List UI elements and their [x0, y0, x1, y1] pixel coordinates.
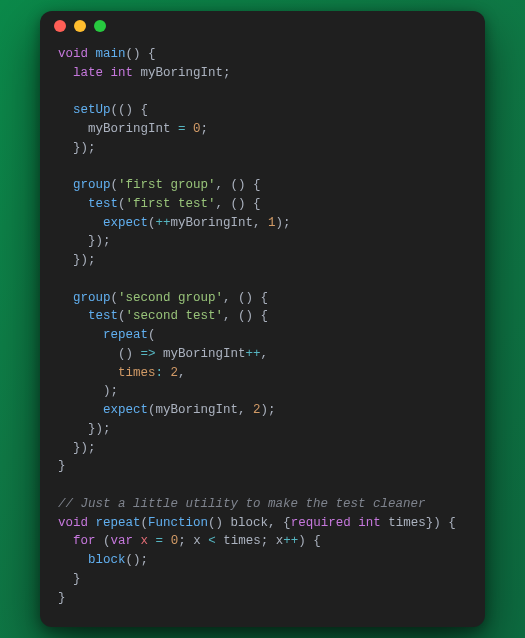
- punct: (: [148, 328, 156, 342]
- stage: void main() { late int myBoringInt; setU…: [0, 0, 525, 638]
- indent: [58, 234, 88, 248]
- punct: ;: [261, 534, 276, 548]
- zoom-icon[interactable]: [94, 20, 106, 32]
- fn-test: test: [88, 309, 118, 323]
- punct: , () {: [223, 291, 268, 305]
- punct: ;: [201, 122, 209, 136]
- id-myBoringInt: myBoringInt: [156, 403, 239, 417]
- keyword-void: void: [58, 47, 88, 61]
- type-Function: Function: [148, 516, 208, 530]
- punct: (: [111, 291, 119, 305]
- indent: [58, 441, 73, 455]
- indent: [58, 141, 73, 155]
- indent: [58, 178, 73, 192]
- indent: [58, 328, 103, 342]
- punct: [186, 122, 194, 136]
- id-x: x: [193, 534, 201, 548]
- punct: [148, 534, 156, 548]
- fn-main: main: [96, 47, 126, 61]
- op-preinc: ++: [156, 216, 171, 230]
- fn-repeat: repeat: [103, 328, 148, 342]
- op-assign: =: [178, 122, 186, 136]
- indent: [58, 366, 118, 380]
- punct: (() {: [111, 103, 149, 117]
- punct: ,: [178, 366, 186, 380]
- punct: (: [148, 403, 156, 417]
- punct: );: [261, 403, 276, 417]
- punct: });: [88, 422, 111, 436]
- punct: ;: [178, 534, 193, 548]
- punct: (): [118, 347, 141, 361]
- indent: [58, 66, 73, 80]
- label-times: times: [118, 366, 156, 380]
- punct: });: [73, 253, 96, 267]
- keyword-var: var: [111, 534, 134, 548]
- str-second-test: 'second test': [126, 309, 224, 323]
- punct: [133, 66, 141, 80]
- str-first-group: 'first group': [118, 178, 216, 192]
- indent: [58, 403, 103, 417]
- op-lt: <: [208, 534, 216, 548]
- punct: ) {: [298, 534, 321, 548]
- indent: [58, 534, 73, 548]
- punct: (: [96, 534, 111, 548]
- fn-expect: expect: [103, 216, 148, 230]
- fn-group: group: [73, 178, 111, 192]
- punct: (: [118, 197, 126, 211]
- punct: (: [141, 516, 149, 530]
- punct: ();: [126, 553, 149, 567]
- str-first-test: 'first test': [126, 197, 216, 211]
- id-myBoringInt: myBoringInt: [163, 347, 246, 361]
- id-myBoringInt: myBoringInt: [88, 122, 171, 136]
- op-postinc: ++: [283, 534, 298, 548]
- fn-repeat: repeat: [96, 516, 141, 530]
- str-second-group: 'second group': [118, 291, 223, 305]
- punct: });: [73, 141, 96, 155]
- punct: [103, 66, 111, 80]
- fn-expect: expect: [103, 403, 148, 417]
- keyword-required: required: [291, 516, 351, 530]
- op-postinc: ++: [246, 347, 261, 361]
- indent: [58, 572, 73, 586]
- keyword-int: int: [111, 66, 134, 80]
- indent: [58, 122, 88, 136]
- code-block: void main() { late int myBoringInt; setU…: [40, 41, 485, 628]
- indent: [58, 309, 88, 323]
- punct: , () {: [216, 197, 261, 211]
- punct: }: [58, 591, 66, 605]
- titlebar: [40, 11, 485, 41]
- indent: [58, 103, 73, 117]
- op-colon: :: [156, 366, 164, 380]
- minimize-icon[interactable]: [74, 20, 86, 32]
- code-window: void main() { late int myBoringInt; setU…: [40, 11, 485, 628]
- punct: () {: [126, 47, 156, 61]
- punct: [163, 534, 171, 548]
- punct: (: [118, 309, 126, 323]
- num-1: 1: [268, 216, 276, 230]
- punct: });: [73, 441, 96, 455]
- punct: ,: [253, 216, 268, 230]
- id-times: times: [388, 516, 426, 530]
- op-assign: =: [156, 534, 164, 548]
- close-icon[interactable]: [54, 20, 66, 32]
- id-block: block: [231, 516, 269, 530]
- id-myBoringInt: myBoringInt: [141, 66, 224, 80]
- punct: , () {: [216, 178, 261, 192]
- punct: (: [148, 216, 156, 230]
- punct: ,: [261, 347, 269, 361]
- indent: [58, 384, 103, 398]
- keyword-late: late: [73, 66, 103, 80]
- id-myBoringInt: myBoringInt: [171, 216, 254, 230]
- num-2: 2: [171, 366, 179, 380]
- keyword-int: int: [358, 516, 381, 530]
- indent: [58, 197, 88, 211]
- punct: , () {: [223, 309, 268, 323]
- id-x: x: [141, 534, 149, 548]
- keyword-for: for: [73, 534, 96, 548]
- punct: , {: [268, 516, 291, 530]
- keyword-void: void: [58, 516, 88, 530]
- indent: [58, 422, 88, 436]
- punct: }: [73, 572, 81, 586]
- num-2: 2: [253, 403, 261, 417]
- punct: });: [88, 234, 111, 248]
